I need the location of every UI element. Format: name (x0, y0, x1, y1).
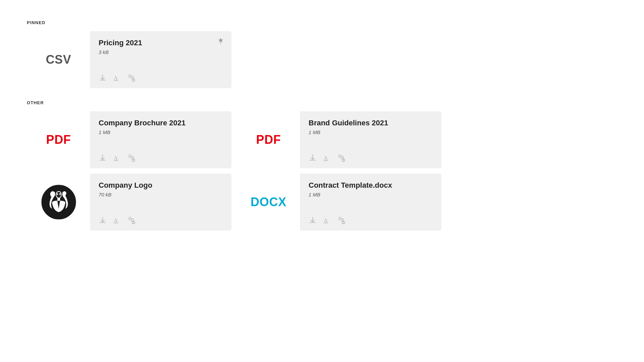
file-info-pricing-2021: Pricing 2021 3 kB A (91, 31, 231, 88)
download-icon-company-logo[interactable] (99, 216, 107, 224)
company-logo-image (40, 184, 77, 221)
svg-text:A: A (324, 218, 328, 223)
rename-icon-brand-guidelines[interactable]: A (323, 154, 331, 162)
rename-icon-contract-template[interactable]: A (323, 216, 331, 224)
rename-icon-company-logo[interactable]: A (113, 216, 121, 224)
file-thumb-company-brochure-2021: PDF (27, 111, 91, 168)
file-info-company-logo: Company Logo 70 kB A (91, 174, 231, 231)
file-thumb-pricing-2021: CSV (27, 31, 91, 88)
rename-icon-company-brochure[interactable]: A (113, 154, 121, 162)
file-size-company-logo: 70 kB (99, 192, 223, 197)
section-pinned: PINNED CSV Pricing 2021 3 kB (27, 20, 617, 88)
file-size-pricing-2021: 3 kB (99, 49, 223, 55)
file-card-contract-template: DOCX Contract Template.docx 1 MB (237, 174, 441, 231)
file-name-pricing-2021: Pricing 2021 (99, 39, 223, 47)
file-card-brand-guidelines-2021: PDF Brand Guidelines 2021 1 MB (237, 111, 441, 168)
file-name-brand-guidelines-2021: Brand Guidelines 2021 (309, 119, 433, 127)
section-other: OTHER PDF Company Brochure 2021 1 MB (27, 100, 617, 231)
file-type-label-pricing-2021: CSV (46, 53, 71, 67)
download-icon-brand-guidelines[interactable] (309, 154, 317, 162)
file-info-contract-template: Contract Template.docx 1 MB A (301, 174, 441, 231)
file-thumb-contract-template: DOCX (237, 174, 301, 231)
download-icon-company-brochure[interactable] (99, 154, 107, 162)
rename-icon-pricing-2021[interactable]: A (113, 74, 121, 82)
file-name-company-brochure-2021: Company Brochure 2021 (99, 119, 223, 127)
detach-icon-contract-template[interactable] (337, 216, 345, 225)
svg-point-17 (57, 193, 58, 195)
svg-rect-19 (57, 198, 60, 201)
file-size-contract-template: 1 MB (309, 192, 433, 197)
file-card-company-logo: Company Logo 70 kB A (27, 174, 231, 231)
detach-icon-brand-guidelines[interactable] (337, 154, 345, 162)
svg-point-18 (59, 193, 61, 195)
file-thumb-company-logo (27, 174, 91, 231)
file-actions-contract-template: A (309, 216, 433, 225)
file-card-pricing-2021: CSV Pricing 2021 3 kB A (27, 31, 231, 88)
detach-icon-pricing-2021[interactable] (127, 73, 136, 82)
pinned-cards-grid: CSV Pricing 2021 3 kB A (27, 31, 617, 88)
file-actions-brand-guidelines-2021: A (309, 154, 433, 162)
file-type-label-contract-template: DOCX (251, 195, 286, 209)
download-icon-pricing-2021[interactable] (99, 74, 107, 82)
detach-icon-company-brochure[interactable] (127, 154, 136, 162)
file-info-company-brochure-2021: Company Brochure 2021 1 MB A (91, 111, 231, 168)
file-actions-company-logo: A (99, 216, 223, 225)
detach-icon-company-logo[interactable] (127, 216, 136, 225)
file-type-label-company-brochure: PDF (46, 133, 71, 147)
svg-text:A: A (114, 218, 118, 223)
section-other-label: OTHER (27, 100, 617, 105)
file-actions-pricing-2021: A (99, 73, 223, 82)
section-pinned-label: PINNED (27, 20, 617, 25)
svg-text:A: A (324, 155, 328, 161)
file-size-company-brochure-2021: 1 MB (99, 129, 223, 135)
file-thumb-brand-guidelines-2021: PDF (237, 111, 301, 168)
svg-text:A: A (114, 75, 118, 81)
pin-icon-pricing-2021[interactable] (217, 37, 224, 46)
file-name-contract-template: Contract Template.docx (309, 181, 433, 190)
file-size-brand-guidelines-2021: 1 MB (309, 129, 433, 135)
other-cards-grid: PDF Company Brochure 2021 1 MB (27, 111, 617, 231)
download-icon-contract-template[interactable] (309, 216, 317, 224)
file-card-company-brochure-2021: PDF Company Brochure 2021 1 MB (27, 111, 231, 168)
svg-text:A: A (114, 155, 118, 161)
file-type-label-brand-guidelines: PDF (256, 133, 281, 147)
file-actions-company-brochure-2021: A (99, 154, 223, 162)
file-info-brand-guidelines-2021: Brand Guidelines 2021 1 MB A (301, 111, 441, 168)
file-name-company-logo: Company Logo (99, 181, 223, 190)
